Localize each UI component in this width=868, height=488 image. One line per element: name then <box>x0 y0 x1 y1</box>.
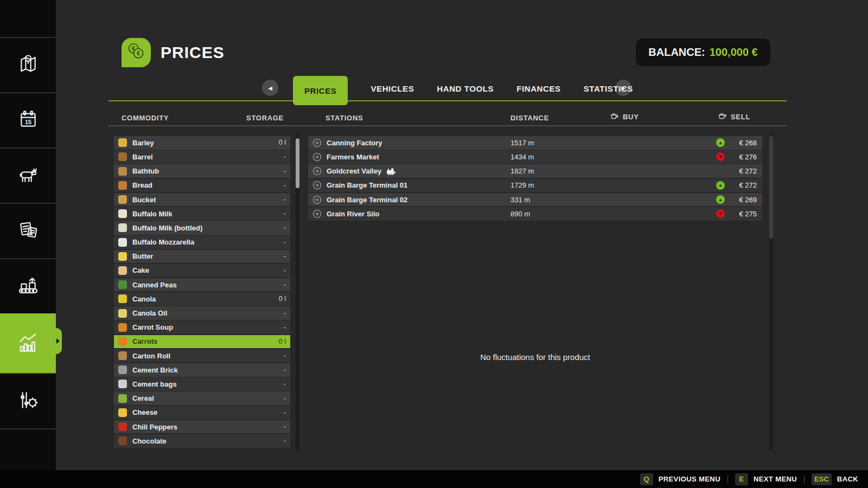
commodity-storage-value: - <box>284 239 286 246</box>
commodity-icon <box>118 152 127 161</box>
sidebar-spacer-top <box>0 0 56 37</box>
commodity-row[interactable]: Barley 0 l <box>114 136 290 150</box>
commodity-row[interactable]: Carrot Soup - <box>114 320 290 334</box>
commodity-row[interactable]: Buffalo Milk (bottled) - <box>114 221 290 235</box>
station-hotspot-icon <box>312 195 322 204</box>
station-row[interactable]: Grain Barge Terminal 01 1729 m ▲ € 272 <box>308 179 762 192</box>
commodity-name: Canola <box>132 295 156 303</box>
commodity-row[interactable]: Chili Peppers - <box>114 420 290 434</box>
station-row[interactable]: Goldcrest Valley 1827 m € 272 <box>308 164 762 178</box>
commodity-icon <box>118 323 127 332</box>
commodity-icon <box>118 309 127 318</box>
commodity-row[interactable]: Bathtub - <box>114 164 290 178</box>
buy-label: BUY <box>623 113 639 121</box>
commodity-icon <box>118 223 127 232</box>
commodity-row[interactable]: Buffalo Mozzarella - <box>114 235 290 249</box>
commodity-row[interactable]: Bucket - <box>114 193 290 207</box>
commodity-row[interactable]: Cheese - <box>114 406 290 420</box>
price-trend-icon: ▲ <box>716 195 725 204</box>
station-sell-price: € 272 <box>732 181 757 189</box>
commodity-icon <box>118 181 127 190</box>
commodity-row[interactable]: Buffalo Milk - <box>114 207 290 221</box>
commodity-icon <box>118 380 127 388</box>
commodity-storage-value: - <box>284 324 286 331</box>
station-name: Grain Barge Terminal 01 <box>327 181 407 189</box>
sidebar-item-calendar[interactable]: 15 <box>0 92 56 147</box>
commodity-row[interactable]: Cereal - <box>114 391 290 405</box>
page-title: PRICES <box>161 43 225 62</box>
station-row[interactable]: Farmers Market 1434 m ▼ € 276 <box>308 150 762 164</box>
station-distance: 890 m <box>510 210 530 218</box>
commodity-name: Bathtub <box>132 167 159 175</box>
bottom-bar: Q PREVIOUS MENU E NEXT MENU ESC BACK <box>0 470 868 488</box>
key-hint-previous-menu[interactable]: Q PREVIOUS MENU <box>640 473 720 485</box>
column-header-storage: STORAGE <box>228 114 284 122</box>
sidebar-item-production[interactable] <box>0 258 56 313</box>
key-action-label: PREVIOUS MENU <box>659 475 720 483</box>
key-action-label: NEXT MENU <box>754 475 797 483</box>
commodity-icon <box>118 252 127 261</box>
key-hint-next-menu[interactable]: E NEXT MENU <box>735 473 797 485</box>
sidebar-item-settings[interactable] <box>0 373 56 428</box>
commodity-row[interactable]: Cement bags - <box>114 377 290 391</box>
commodity-row[interactable]: Chocolate - <box>114 434 290 448</box>
column-header-distance: DISTANCE <box>510 114 549 122</box>
station-row[interactable]: Grain River Silo 890 m ▼ € 275 <box>308 207 762 221</box>
station-hotspot-icon <box>312 152 322 162</box>
commodity-row[interactable]: Carton Roll - <box>114 349 290 363</box>
commodity-row[interactable]: Canola Oil - <box>114 306 290 320</box>
station-name: Farmers Market <box>327 153 379 161</box>
sidebar-item-animals[interactable] <box>0 147 56 203</box>
tab-vehicles[interactable]: VEHICLES <box>371 84 414 93</box>
tab-scroll-left-button[interactable]: ◀ <box>262 80 278 96</box>
commodity-name: Cereal <box>132 394 154 402</box>
chevron-left-icon: ◀ <box>268 85 272 91</box>
sidebar-item-map[interactable] <box>0 37 56 92</box>
train-icon <box>386 168 397 175</box>
tab-hand-tools[interactable]: HAND TOOLS <box>437 84 494 93</box>
commodity-scrollbar-thumb[interactable] <box>296 138 299 188</box>
commodity-name: Barrel <box>132 153 153 161</box>
commodity-row[interactable]: Carrots 0 l <box>114 335 290 349</box>
commodity-row[interactable]: Bread - <box>114 179 290 192</box>
station-sell-price: € 268 <box>732 139 757 147</box>
tab-prices[interactable]: PRICES <box>293 76 348 105</box>
fluctuations-empty-message: No fluctuations for this product <box>308 352 762 362</box>
sidebar-item-statistics[interactable] <box>0 313 56 373</box>
commodity-row[interactable]: Butter - <box>114 250 290 264</box>
commodity-storage-value: - <box>284 196 286 203</box>
tab-finances[interactable]: FINANCES <box>516 84 560 93</box>
commodity-storage-value: - <box>284 153 286 160</box>
station-scrollbar-thumb[interactable] <box>769 136 773 239</box>
commodity-row[interactable]: Barrel - <box>114 150 290 164</box>
tab-statistics[interactable]: STATISTICS <box>584 84 633 93</box>
commodity-name: Carrots <box>132 337 157 345</box>
price-trend-icon: ▲ <box>716 181 725 190</box>
commodity-storage-value: - <box>284 224 286 232</box>
commodity-storage-value: - <box>284 281 286 288</box>
sidebar-item-contracts[interactable] <box>0 203 56 258</box>
commodity-row[interactable]: Canned Peas - <box>114 278 290 292</box>
commodity-row[interactable]: Cement Brick - <box>114 363 290 377</box>
commodity-row[interactable]: Canola 0 l <box>114 292 290 306</box>
station-name: Canning Factory <box>327 139 382 147</box>
contracts-icon <box>16 217 41 245</box>
commodity-row[interactable]: Cake - <box>114 264 290 278</box>
commodity-icon <box>118 436 127 445</box>
key-badge: E <box>735 473 748 485</box>
station-sell-price: € 272 <box>732 167 757 175</box>
commodity-name: Barley <box>132 139 154 147</box>
station-hotspot-icon <box>312 181 322 190</box>
commodity-name: Cement bags <box>132 380 177 388</box>
commodity-storage-value: - <box>284 380 286 388</box>
commodity-name: Cake <box>132 266 149 274</box>
station-row[interactable]: Canning Factory 1517 m ▲ € 268 <box>308 136 762 150</box>
commodity-storage-value: 0 l <box>279 139 286 146</box>
station-sell-price: € 269 <box>732 196 757 204</box>
key-hint-back[interactable]: ESC BACK <box>812 473 858 485</box>
column-header-buy: BUY <box>610 112 639 122</box>
station-row[interactable]: Grain Barge Terminal 02 331 m ▲ € 269 <box>308 193 762 207</box>
animals-icon <box>16 162 41 189</box>
commodity-storage-value: - <box>284 182 286 189</box>
commodity-icon <box>118 394 127 403</box>
